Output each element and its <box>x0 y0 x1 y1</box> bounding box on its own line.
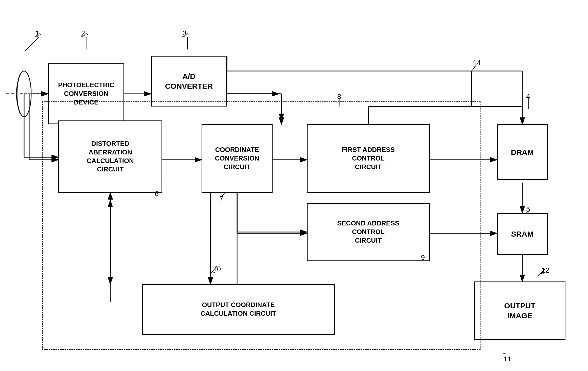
ad-label: A/DCONVERTER <box>165 71 213 91</box>
output-coord-label: OUTPUT COORDINATECALCULATION CIRCUIT <box>201 301 276 318</box>
second-address-label: SECOND ADDRESSCONTROLCIRCUIT <box>337 219 399 245</box>
sram-label: SRAM <box>511 229 533 239</box>
distorted-block: DISTORTEDABERRATIONCALCULATIONCIRCUIT <box>58 120 162 193</box>
dram-block: DRAM <box>497 124 548 180</box>
dram-label: DRAM <box>511 147 534 157</box>
output-image-label: OUTPUTIMAGE <box>504 301 535 321</box>
sram-block: SRAM <box>497 213 548 255</box>
distorted-label: DISTORTEDABERRATIONCALCULATIONCIRCUIT <box>87 139 134 174</box>
first-address-block: FIRST ADDRESSCONTROLCIRCUIT <box>307 124 430 193</box>
diagram: 1 ~ PHOTOELECTRICCONVERSIONDEVICE 2 ~ A/… <box>0 0 588 371</box>
first-address-label: FIRST ADDRESSCONTROLCIRCUIT <box>342 146 395 171</box>
ad-converter-block: A/DCONVERTER <box>151 56 227 107</box>
coord-conversion-block: COORDINATECONVERSIONCIRCUIT <box>202 124 273 193</box>
lens <box>15 68 33 114</box>
coord-conversion-label: COORDINATECONVERSIONCIRCUIT <box>215 146 259 171</box>
output-image-block: OUTPUTIMAGE <box>474 281 565 340</box>
output-coord-block: OUTPUT COORDINATECALCULATION CIRCUIT <box>142 284 335 335</box>
second-address-block: SECOND ADDRESSCONTROLCIRCUIT <box>307 203 430 261</box>
